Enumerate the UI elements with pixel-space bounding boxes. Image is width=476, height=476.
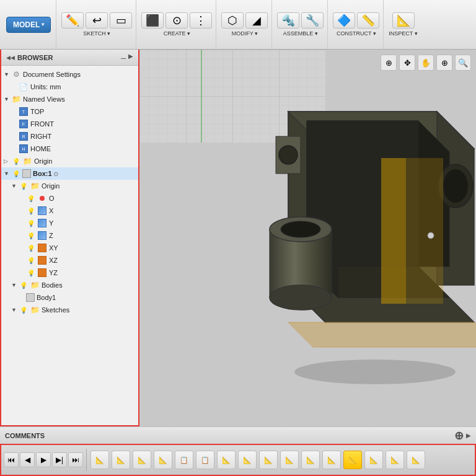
tree-label: HOME [30,145,51,152]
plane-icon-xy [37,243,47,253]
sketch-group: ✏️ ↩ ▭ SKETCH ▾ [58,0,136,49]
view-tool-4[interactable]: 📐 [154,451,172,469]
view-tool-3[interactable]: 📐 [133,451,151,469]
sketch-line-button[interactable]: ✏️ [61,12,84,29]
construct-label: CONSTRUCT ▾ [337,30,376,37]
tree-item-axis-x[interactable]: 💡 X [16,205,138,217]
modify-fillet-button[interactable]: ◢ [245,12,268,29]
browser-expand-icon[interactable]: ▶ [128,53,133,63]
view-tool-14[interactable]: 📐 [364,451,383,469]
eye-icon-sketches: 💡 [19,305,29,315]
tree-label: Sketches [42,306,69,314]
viewport[interactable]: ⊕ ✥ ✋ ⊕ 🔍 [139,50,476,426]
tree-item-plane-yz[interactable]: 💡 YZ [16,267,138,279]
view-tool-13-active[interactable]: 📐 [343,451,362,469]
tree-item-box1[interactable]: ▼ 💡 Box:1 ⊙ [1,167,138,180]
tree-label: X [49,207,53,214]
vp-nav-pan-button[interactable]: ✥ [399,55,415,71]
sketch-line-icon: ✏️ [66,15,79,26]
view-tool-10[interactable]: 📐 [280,451,299,469]
playback-end-button[interactable]: ⏭ [68,452,83,467]
create-more-button[interactable]: ⋮ [190,12,212,29]
tree-label: XZ [49,257,58,264]
tree-item-sketches[interactable]: ▼ 💡 📁 Sketches [9,304,138,316]
browser-collapse-icon[interactable]: ◀◀ [6,55,15,61]
view-tool-6[interactable]: 📋 [196,451,214,469]
view-tool-15[interactable]: 📐 [386,451,404,469]
tree-item-bodies[interactable]: ▼ 💡 📁 Bodies [9,279,138,291]
playback-play-button[interactable]: ▶ [36,452,51,467]
view-tool-5[interactable]: 📋 [175,451,193,469]
view-tool-8[interactable]: 📐 [238,451,257,469]
plane-icon-xz [37,255,47,265]
view-tool-1[interactable]: 📐 [90,451,109,469]
browser-minus-icon[interactable]: – [121,53,126,63]
eye-icon-box1: 💡 [11,169,21,178]
modify-fillet-icon: ◢ [252,15,261,26]
tree-item-origin-pt[interactable]: 💡 O [16,192,138,205]
view-tool-2[interactable]: 📐 [112,451,130,469]
svg-point-18 [443,169,468,203]
create-extrude-button[interactable]: ⬛ [141,12,164,29]
body1-icon [26,293,35,302]
plane-icon-yz [37,268,47,278]
model-button[interactable]: MODEL ▾ [6,17,51,33]
view-tool-16[interactable]: 📐 [407,451,425,469]
tree-item-named-views[interactable]: ▼ 📁 Named Views [1,93,138,105]
tree-item-axis-y[interactable]: 💡 Y [16,217,138,229]
folder-icon-origin-box1: 📁 [30,181,40,191]
comments-expand-icon[interactable]: ▶ [466,432,471,439]
tree-item-axis-z[interactable]: 💡 Z [16,229,138,242]
vp-nav-target-button[interactable]: ⊕ [381,55,397,71]
axis-icon-x [37,206,47,216]
construct-plane-button[interactable]: 🔷 [333,12,355,29]
playback-prev-button[interactable]: ◀ [20,452,35,467]
tree-item-origin-box1[interactable]: ▼ 💡 📁 Origin [9,180,138,192]
sketch-arc-button[interactable]: ↩ [86,12,108,29]
tree-arrow: ▼ [11,282,19,288]
playback-start-button[interactable]: ⏮ [4,452,19,467]
playback-next-button[interactable]: ▶| [52,452,67,467]
construct-axis-button[interactable]: 📏 [357,12,379,29]
svg-point-28 [428,232,434,239]
tree-label: Z [49,232,53,239]
tree-item-view-top[interactable]: T TOP [9,105,138,118]
3d-model[interactable] [139,50,476,426]
modify-press-button[interactable]: ⬡ [221,12,244,29]
tree-item-body1[interactable]: Body1 [16,291,138,304]
view-tool-9[interactable]: 📐 [259,451,278,469]
svg-point-22 [281,221,320,237]
folder-icon-bodies: 📁 [30,280,40,290]
tree-label: Origin [34,157,52,165]
tree-item-doc-settings[interactable]: ▼ ⚙ Document Settings [1,68,138,81]
view-tool-12[interactable]: 📐 [322,451,341,469]
folder-icon-origin-top: 📁 [22,156,32,166]
tree-item-plane-xy[interactable]: 💡 XY [16,242,138,254]
sketch-arc-icon: ↩ [92,15,102,26]
folder-icon-sketches: 📁 [30,305,40,315]
tree-item-view-home[interactable]: H HOME [9,143,138,155]
assemble-new-button[interactable]: 🔩 [277,12,299,29]
vp-nav-hand-button[interactable]: ✋ [418,55,434,71]
tree-item-view-front[interactable]: F FRONT [9,118,138,130]
create-more-icon: ⋮ [195,15,206,26]
view-tool-11[interactable]: 📐 [301,451,320,469]
vp-nav-zoom-button[interactable]: 🔍 [455,55,471,71]
inspect-measure-button[interactable]: 📐 [392,12,415,29]
toolbar-divider-1 [86,449,87,471]
eye-icon-bodies: 💡 [19,280,29,290]
create-revolve-button[interactable]: ⊙ [165,12,188,29]
tree-item-origin-top[interactable]: ▷ 💡 📁 Origin [1,155,138,167]
axis-icon-y [37,218,47,228]
sketch-label: SKETCH ▾ [83,30,110,37]
vp-nav-orbit-button[interactable]: ⊕ [436,55,452,71]
tree-item-view-right[interactable]: R RIGHT [9,130,138,143]
tree-item-units[interactable]: 📄 Units: mm [9,81,138,93]
tree-label: YZ [49,269,58,276]
model-label: MODEL [13,20,40,29]
view-tool-7[interactable]: 📐 [217,451,236,469]
assemble-joint-button[interactable]: 🔧 [301,12,324,29]
tree-item-plane-xz[interactable]: 💡 XZ [16,254,138,267]
sketch-rect-button[interactable]: ▭ [110,12,132,29]
add-comment-button[interactable]: ⊕ [454,429,464,443]
